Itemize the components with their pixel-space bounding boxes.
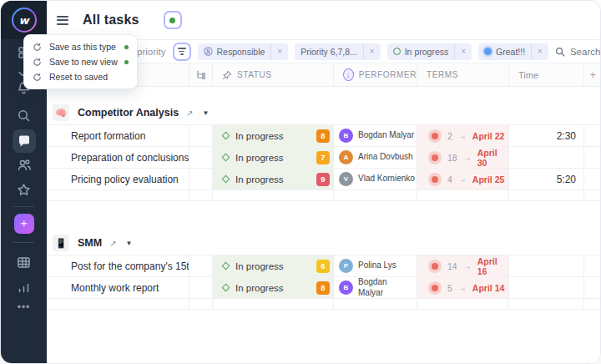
terms-count: 5 xyxy=(447,283,452,293)
open-project-icon[interactable]: ↗ xyxy=(109,239,116,248)
table-row[interactable]: Pricing policy evaluation In progress 9 … xyxy=(47,169,600,190)
subtask-cell xyxy=(189,255,212,276)
avatar: B xyxy=(339,129,353,143)
time-cell[interactable]: 2:30 xyxy=(508,125,583,146)
filter-chip-great[interactable]: Great!!! × xyxy=(478,43,548,60)
menu-item-save-new-view[interactable]: Save to new view xyxy=(24,54,137,69)
status-diamond-icon xyxy=(222,132,230,140)
menu-item-reset-saved[interactable]: Reset to saved xyxy=(24,69,137,84)
terms-cell[interactable]: 5 → April 14 xyxy=(417,277,508,298)
avatar: P xyxy=(339,259,353,273)
sidebar-divider xyxy=(13,242,34,243)
terms-cell[interactable]: 18 → April 30 xyxy=(417,147,508,168)
star-icon[interactable] xyxy=(13,178,36,201)
status-cell[interactable]: In progress 6 xyxy=(212,255,333,276)
task-name[interactable]: Post for the company's 15th a xyxy=(47,255,189,276)
add-button[interactable]: ＋ xyxy=(14,214,34,234)
view-options-menu: Save as this type Save to new view Reset… xyxy=(23,34,138,89)
performer-cell[interactable]: P Polina Lys xyxy=(333,255,417,276)
terms-dot-icon xyxy=(428,173,442,186)
task-name[interactable]: Pricing policy evaluation xyxy=(47,169,189,190)
priority-badge[interactable]: 7 xyxy=(316,151,330,164)
group-name[interactable]: SMM xyxy=(78,237,102,249)
terms-cell[interactable]: 2 → April 22 xyxy=(417,125,508,146)
empty-row[interactable] xyxy=(47,190,600,201)
table-row[interactable]: Report formation In progress 8 B Bogdan … xyxy=(47,125,600,147)
header-status[interactable]: STATUS xyxy=(212,63,333,86)
task-name[interactable]: Preparation of conclusions xyxy=(47,147,189,168)
header-terms[interactable]: TERMS xyxy=(417,63,508,86)
empty-row[interactable] xyxy=(47,299,600,310)
chip-close-icon[interactable]: × xyxy=(363,43,381,60)
priority-badge[interactable]: 6 xyxy=(316,260,330,273)
performer-cell[interactable]: B Bogdan Malyar xyxy=(333,277,417,298)
status-diamond-icon xyxy=(222,175,230,184)
task-name[interactable]: Monthly work report xyxy=(47,277,189,298)
group-name[interactable]: Competitor Analysis xyxy=(78,107,179,119)
terms-cell[interactable]: 4 → April 25 xyxy=(417,169,508,190)
time-cell[interactable]: 5:20 xyxy=(508,169,583,190)
open-project-icon[interactable]: ↗ xyxy=(186,109,193,118)
terms-count: 18 xyxy=(447,153,457,163)
table-view-icon[interactable] xyxy=(13,250,36,274)
performer-cell[interactable]: A Arina Dovbush xyxy=(333,147,417,168)
filter-button[interactable] xyxy=(173,43,191,61)
table-row[interactable]: Monthly work report In progress 8 B Bogd… xyxy=(47,277,600,299)
chip-close-icon[interactable]: × xyxy=(270,43,288,60)
reset-icon xyxy=(33,73,42,82)
priority-badge[interactable]: 9 xyxy=(316,173,330,186)
add-cell xyxy=(583,147,600,168)
performer-cell[interactable]: B Bogdan Malyar xyxy=(333,125,417,146)
avatar: A xyxy=(339,150,353,164)
chat-icon[interactable] xyxy=(13,129,36,153)
priority-badge[interactable]: 8 xyxy=(316,281,330,295)
header-add-column[interactable]: + xyxy=(583,63,601,86)
terms-cell[interactable]: 14 → April 16 xyxy=(417,255,508,276)
status-ring-icon xyxy=(393,48,401,55)
more-options-icon[interactable]: ••• xyxy=(13,296,36,319)
table-row[interactable]: Preparation of conclusions In progress 7… xyxy=(47,147,600,169)
time-cell[interactable] xyxy=(508,255,583,276)
priority-badge[interactable]: 8 xyxy=(316,129,330,143)
chip-label: Great!!! xyxy=(496,47,525,57)
time-cell[interactable] xyxy=(508,147,583,168)
search-icon[interactable] xyxy=(13,104,36,127)
header-time[interactable]: Time xyxy=(508,63,583,86)
table-row[interactable]: Post for the company's 15th a In progres… xyxy=(47,255,600,277)
sort-descending-icon[interactable]: ↓ xyxy=(343,68,354,81)
status-label: In progress xyxy=(235,174,284,185)
time-cell[interactable] xyxy=(508,277,583,298)
chip-close-icon[interactable]: × xyxy=(454,43,472,60)
filter-chip-in-progress[interactable]: In progress × xyxy=(387,43,472,60)
filter-chip-responsible[interactable]: Responsible × xyxy=(198,43,289,60)
collapse-caret-icon[interactable]: ▼ xyxy=(202,109,209,117)
group-header[interactable]: 📱 SMM ↗ ▼ xyxy=(47,231,600,255)
subtask-cell xyxy=(189,277,212,298)
team-people-icon[interactable] xyxy=(13,154,36,177)
header-subtasks-column[interactable] xyxy=(189,63,212,86)
status-cell[interactable]: In progress 8 xyxy=(212,277,333,298)
terms-arrow-icon: → xyxy=(458,283,467,292)
performer-name: Polina Lys xyxy=(358,260,396,271)
header-performer[interactable]: ↓ PERFORMER xyxy=(333,63,417,86)
terms-arrow-icon: → xyxy=(463,153,472,162)
view-toggle-button[interactable] xyxy=(164,11,182,29)
hamburger-menu-icon[interactable] xyxy=(57,13,68,27)
chip-close-icon[interactable]: × xyxy=(531,43,548,60)
task-name[interactable]: Report formation xyxy=(47,125,189,146)
status-label: In progress xyxy=(235,261,284,271)
app-logo[interactable]: w xyxy=(12,8,37,33)
status-cell[interactable]: In progress 7 xyxy=(212,147,333,168)
status-cell[interactable]: In progress 9 xyxy=(212,169,333,190)
status-cell[interactable]: In progress 8 xyxy=(212,125,333,146)
performer-cell[interactable]: V Vlad Kornienko xyxy=(333,169,417,190)
search-control[interactable]: Search xyxy=(555,47,600,57)
subtasks-tree-icon xyxy=(195,69,206,80)
collapse-caret-icon[interactable]: ▼ xyxy=(126,240,133,247)
menu-item-save-as-type[interactable]: Save as this type xyxy=(24,39,137,54)
terms-dot-icon xyxy=(428,129,442,143)
performer-name: Bogdan Malyar xyxy=(358,277,398,298)
filter-chip-priority[interactable]: Priority 6,7,8... × xyxy=(295,43,381,60)
group-header[interactable]: 🧠 Competitor Analysis ↗ ▼ xyxy=(47,101,600,125)
add-cell xyxy=(583,255,600,276)
